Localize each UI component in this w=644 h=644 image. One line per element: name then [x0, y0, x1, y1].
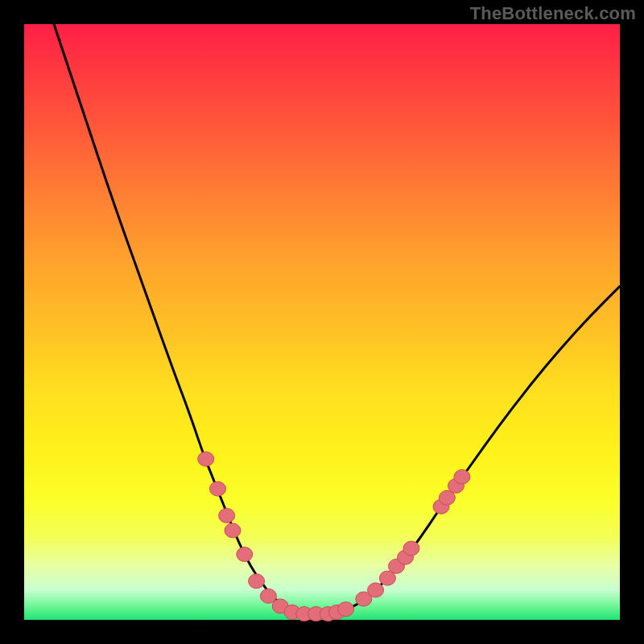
curve-marker — [219, 509, 235, 523]
curve-marker — [338, 602, 354, 617]
curve-marker — [454, 469, 470, 484]
marker-group — [198, 452, 470, 621]
plot-area — [24, 24, 620, 620]
chart-svg — [24, 24, 620, 620]
curve-marker — [249, 574, 265, 588]
chart-frame: TheBottleneck.com — [0, 0, 644, 644]
curve-marker — [237, 547, 253, 562]
curve-marker — [368, 583, 384, 597]
curve-marker — [403, 541, 419, 555]
curve-marker — [198, 452, 214, 466]
curve-marker — [210, 481, 226, 496]
curve-marker — [225, 523, 241, 538]
watermark-text: TheBottleneck.com — [470, 3, 636, 24]
bottleneck-curve — [54, 24, 620, 614]
